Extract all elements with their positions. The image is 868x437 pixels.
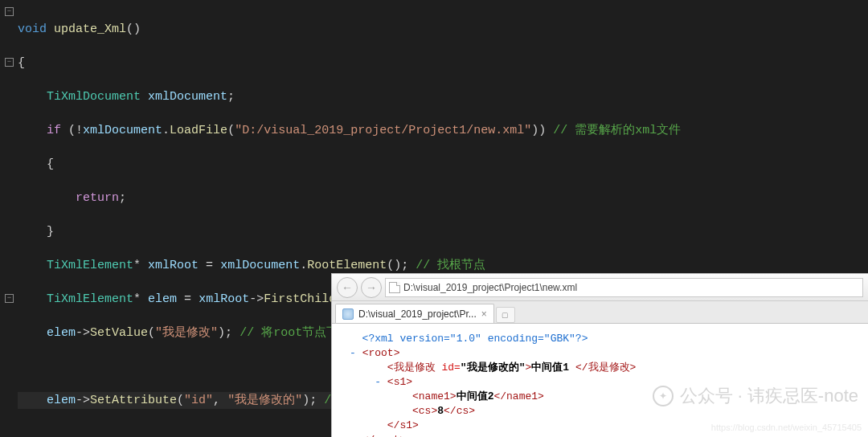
code-line: if (!xmlDocument.LoadFile("D:/visual_201…	[18, 122, 868, 139]
code-line: void update_Xml()	[18, 21, 868, 38]
code-line: TiXmlDocument xmlDocument;	[18, 88, 868, 105]
forward-button[interactable]: →	[361, 277, 382, 298]
code-line: return;	[18, 190, 868, 206]
tab-bar: D:\visual_2019_project\Pr... × ▢	[332, 301, 868, 324]
xml-line: </root>	[350, 433, 850, 437]
xml-line: <我是修改 id="我是修改的">中间值1 </我是修改>	[350, 361, 850, 375]
browser-tab[interactable]: D:\visual_2019_project\Pr... ×	[335, 304, 494, 323]
code-line: TiXmlElement* xmlRoot = xmlDocument.Root…	[18, 257, 868, 274]
xml-line: - <root>	[350, 346, 850, 361]
xml-line: <?xml version="1.0" encoding="GBK"?>	[350, 332, 850, 346]
fold-toggle[interactable]: −	[5, 58, 14, 67]
new-tab-button[interactable]: ▢	[496, 307, 515, 323]
fold-gutter: − − −	[0, 0, 18, 437]
address-text: D:\visual_2019_project\Project1\new.xml	[403, 282, 577, 293]
tab-title: D:\visual_2019_project\Pr...	[358, 308, 477, 320]
back-button[interactable]: ←	[337, 277, 358, 298]
fold-toggle[interactable]: −	[5, 294, 14, 303]
browser-navbar: ← → D:\visual_2019_project\Project1\new.…	[332, 274, 868, 301]
ie-icon	[342, 308, 354, 320]
address-bar[interactable]: D:\visual_2019_project\Project1\new.xml	[385, 278, 863, 297]
close-icon[interactable]: ×	[481, 308, 487, 320]
file-icon	[389, 282, 400, 293]
browser-window: ← → D:\visual_2019_project\Project1\new.…	[331, 273, 868, 437]
code-line: {	[18, 55, 868, 71]
code-line: {	[18, 156, 868, 173]
watermark: ✦ 公众号 · 讳疾忌医-note	[653, 384, 858, 408]
wechat-icon: ✦	[653, 386, 674, 406]
url-watermark: https://blog.csdn.net/weixin_45715405	[711, 423, 862, 432]
browser-page[interactable]: <?xml version="1.0" encoding="GBK"?> - <…	[332, 324, 868, 437]
code-line: }	[18, 223, 868, 240]
fold-toggle[interactable]: −	[5, 7, 14, 16]
